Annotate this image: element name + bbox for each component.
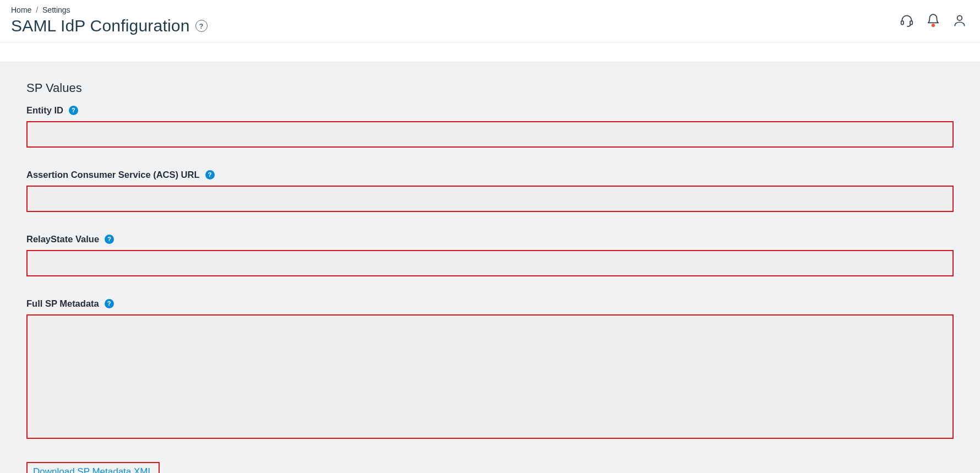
field-group-relay-state: RelayState Value ? — [13, 234, 967, 282]
help-icon-acs-url[interactable]: ? — [205, 170, 215, 180]
breadcrumb-separator: / — [34, 6, 40, 14]
notifications-bell-icon[interactable] — [926, 13, 940, 28]
label-entity-id: Entity ID — [26, 105, 63, 116]
svg-point-2 — [957, 15, 962, 20]
page-title: SAML IdP Configuration — [11, 17, 190, 35]
breadcrumb-settings-link[interactable]: Settings — [42, 6, 70, 14]
notification-indicator-dot — [932, 24, 935, 27]
label-acs-url: Assertion Consumer Service (ACS) URL — [26, 170, 200, 180]
input-acs-url[interactable] — [26, 186, 954, 212]
body-area: SP Values Entity ID ? Assertion Consumer… — [0, 42, 980, 473]
input-relay-state[interactable] — [26, 250, 954, 276]
page-title-row: SAML IdP Configuration ? — [11, 17, 900, 35]
help-icon-full-sp-metadata[interactable]: ? — [105, 299, 114, 308]
textarea-full-sp-metadata[interactable] — [26, 314, 954, 439]
section-title-sp-values: SP Values — [13, 62, 967, 105]
field-group-acs-url: Assertion Consumer Service (ACS) URL ? — [13, 170, 967, 218]
field-group-full-sp-metadata: Full SP Metadata ? — [13, 298, 967, 447]
sp-values-panel: SP Values Entity ID ? Assertion Consumer… — [13, 62, 967, 473]
breadcrumb-home-link[interactable]: Home — [11, 6, 31, 14]
download-link-row: Download SP Metadata XML — [13, 460, 967, 473]
download-sp-metadata-link[interactable]: Download SP Metadata XML — [26, 462, 160, 473]
help-icon-entity-id[interactable]: ? — [69, 106, 78, 115]
label-relay-state: RelayState Value — [26, 234, 99, 244]
header-right — [900, 6, 967, 28]
header-left: Home / Settings SAML IdP Configuration ? — [11, 6, 900, 35]
input-entity-id[interactable] — [26, 121, 954, 148]
page-header: Home / Settings SAML IdP Configuration ? — [0, 0, 980, 42]
breadcrumb: Home / Settings — [11, 6, 900, 14]
user-profile-icon[interactable] — [952, 13, 967, 28]
field-group-entity-id: Entity ID ? — [13, 105, 967, 153]
support-headset-icon[interactable] — [900, 13, 914, 28]
svg-rect-1 — [910, 21, 912, 25]
label-full-sp-metadata: Full SP Metadata — [26, 298, 99, 309]
svg-rect-0 — [901, 21, 903, 25]
top-spacer — [0, 42, 980, 62]
help-icon-relay-state[interactable]: ? — [105, 235, 114, 244]
page-title-help-icon[interactable]: ? — [195, 20, 208, 32]
